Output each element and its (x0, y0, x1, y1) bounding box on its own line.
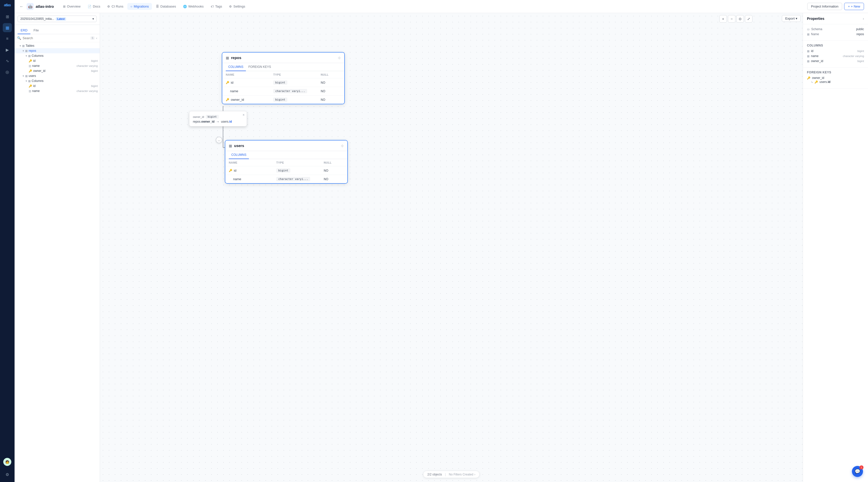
col-type-badge: bigint (273, 81, 287, 85)
repos-card-header: ▦ repos ⊹ (222, 53, 344, 63)
chevron-down-icon: ▾ (26, 80, 27, 83)
fk-ref-row: repos.owner_id → users.id (193, 120, 243, 124)
col-prop-name: ▦ name character varying (807, 54, 864, 58)
project-info-button[interactable]: Project Information (807, 3, 842, 10)
table-card-icon: ▦ (226, 56, 229, 60)
tab-overview[interactable]: ⊞ Overview (60, 3, 84, 10)
table-row[interactable]: name character varyi... NO (222, 87, 344, 95)
fk-sub-arrow: ↳ (811, 81, 813, 84)
tree-item-repos-name[interactable]: ▥ name character varying (14, 63, 100, 68)
columns-icon: ▦ (28, 54, 31, 58)
users-card-header: ▦ users ⊹ (225, 141, 347, 151)
sidebar-item-list[interactable]: ≡ (3, 34, 12, 43)
back-button[interactable]: ← (19, 3, 25, 10)
col-prop-type: character varying (843, 55, 864, 58)
col-prop-name: owner_id (811, 59, 856, 63)
fit-button[interactable]: ⊙ (736, 15, 744, 23)
tree-item-users-id[interactable]: 🔑 id bigint (14, 84, 100, 88)
tree-tables-section[interactable]: ▾ ▦ Tables (14, 43, 100, 48)
tree-item-users[interactable]: ▾ ▦ users (14, 73, 100, 79)
col-name-name: name (226, 89, 273, 93)
zoom-out-button[interactable]: − (728, 15, 735, 23)
move-icon[interactable]: ⊹ (338, 56, 341, 60)
table-row[interactable]: 🔑 owner_id bigint NO (222, 95, 344, 104)
col-name-owner-id: 🔑 owner_id (226, 98, 273, 101)
fk-tooltip: × owner_id bigint repos.owner_id → users… (189, 111, 247, 126)
col-prop-name: name (811, 54, 841, 58)
close-button[interactable]: × (243, 113, 245, 117)
repos-label: repos (29, 49, 98, 53)
tab-docs[interactable]: 📄 Docs (85, 3, 103, 10)
fk-prop-row: 🔑 owner_id ↳ 🔑 users.id (807, 76, 864, 84)
search-input[interactable] (23, 36, 89, 40)
sidebar-item-globe[interactable]: ◎ (3, 67, 12, 77)
chat-button[interactable]: 💬 1 (852, 466, 863, 477)
col-name-name: name (229, 177, 276, 181)
table-row[interactable]: 🔑 id bigint NO (225, 166, 347, 175)
table-icon: ▦ (25, 49, 28, 53)
sidebar-icons: atlas ⊞ ▦ ≡ ▶ ∿ ◎ 🧑 ⚙ (0, 0, 14, 482)
fullscreen-button[interactable]: ⤢ (745, 15, 752, 23)
tree-item-users-columns[interactable]: ▾ ▦ Columns (14, 79, 100, 84)
column-icon: ▦ (807, 50, 809, 53)
project-icon: 🤖 (27, 3, 34, 10)
sidebar-item-home[interactable]: ⊞ (3, 12, 12, 21)
new-button[interactable]: + + New (844, 3, 864, 10)
table-row[interactable]: 🔑 id bigint NO (222, 78, 344, 87)
nav-tabs: ⊞ Overview 📄 Docs ⚙ CI Runs ○ Migrations… (60, 3, 805, 10)
erd-canvas[interactable]: ▦ repos ⊹ COLUMNS FOREIGN KEYS Name Type… (100, 13, 803, 482)
tab-settings[interactable]: ⚙ Settings (226, 3, 248, 10)
export-button[interactable]: Export ▾ (782, 15, 801, 22)
tree-item-repos-owner-id[interactable]: 🔑 owner_id bigint (14, 68, 100, 73)
latest-badge: Latest (56, 17, 66, 21)
sidebar-item-analytics[interactable]: ∿ (3, 56, 12, 65)
repos-tab-columns[interactable]: COLUMNS (226, 63, 246, 71)
tab-ci-runs[interactable]: ⚙ CI Runs (104, 3, 126, 10)
tree-item-users-name[interactable]: ▥ name character varying (14, 88, 100, 93)
connector-svg (100, 13, 803, 482)
fk-from: repos.owner_id (193, 120, 215, 123)
zoom-in-button[interactable]: + (719, 15, 727, 23)
migration-select[interactable]: 20250104120855_initia... Latest ▾ (18, 16, 97, 22)
tab-erd[interactable]: ERD (18, 27, 30, 34)
tree-item-repos-id[interactable]: 🔑 id bigint (14, 58, 100, 63)
tab-databases[interactable]: 🗄 Databases (153, 3, 179, 10)
tab-file[interactable]: File (30, 27, 42, 34)
primary-key-icon: 🔑 (29, 85, 32, 88)
collapse-panel-button[interactable]: ‹ (96, 36, 97, 40)
schema-label: 🗂 Schema (807, 27, 822, 31)
fk-type-badge: bigint (206, 115, 219, 119)
content-area: 20250104120855_initia... Latest ▾ ERD Fi… (14, 13, 868, 482)
sidebar-item-play[interactable]: ▶ (3, 45, 12, 54)
columns-icon: ▦ (28, 80, 31, 83)
schema-icon: 🗂 (807, 28, 810, 31)
tree-item-repos[interactable]: ▾ ▦ repos (14, 48, 100, 53)
col-type-label: bigint (91, 59, 98, 62)
col-name-label: id (33, 84, 90, 88)
table-row[interactable]: name character varyi... NO (225, 175, 347, 183)
table-icon: ▦ (25, 74, 28, 78)
sidebar-item-table[interactable]: ▦ (3, 23, 12, 32)
col-prop-name: id (811, 49, 856, 53)
tree-item-repos-columns[interactable]: ▾ ▦ Columns (14, 53, 100, 58)
fk-col-row: owner_id bigint (193, 115, 243, 119)
col-type-label: character varying (76, 64, 98, 67)
sidebar-item-settings[interactable]: ⚙ (3, 470, 12, 479)
tab-tags[interactable]: 🏷 Tags (208, 3, 225, 10)
name-value: repos (857, 32, 864, 36)
move-icon[interactable]: ⊹ (341, 144, 344, 148)
dropdown-icon: ▾ (92, 17, 94, 21)
repos-tab-foreign-keys[interactable]: FOREIGN KEYS (246, 63, 274, 71)
collapse-right-button[interactable]: › (863, 17, 864, 21)
col-name-label: name (32, 64, 75, 68)
connection-dot[interactable]: ... (216, 137, 222, 143)
tab-webhooks[interactable]: 🌐 Webhooks (180, 3, 207, 10)
ci-runs-icon: ⚙ (107, 5, 110, 8)
arrow-icon: → (216, 120, 219, 124)
tab-migrations[interactable]: ○ Migrations (127, 3, 152, 10)
fk-section: Foreign keys 🔑 owner_id ↳ 🔑 users.id (803, 68, 868, 88)
users-tab-columns[interactable]: COLUMNS (229, 151, 249, 159)
project-name: atlas-intro (36, 4, 54, 8)
user-avatar[interactable]: 🧑 (3, 458, 11, 466)
search-bar: 🔍 S ‹ (14, 34, 100, 42)
